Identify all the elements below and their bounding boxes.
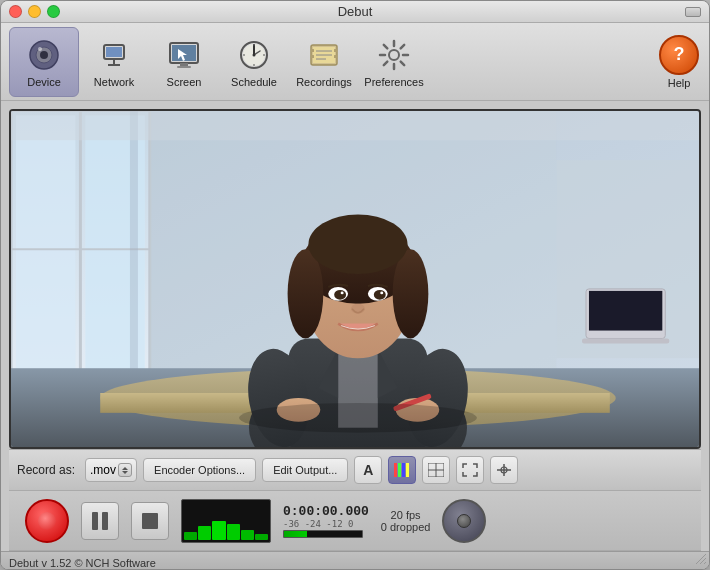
toolbar-item-preferences[interactable]: Preferences [359,27,429,97]
meter-bar-6 [255,534,268,540]
level-scale: -36 -24 -12 0 [283,519,369,529]
window-resize-widget [685,7,701,17]
status-text: Debut v 1.52 © NCH Software [9,557,156,569]
encoder-options-button[interactable]: Encoder Options... [143,458,256,482]
record-dot-icon [38,512,56,530]
expand-button[interactable] [456,456,484,484]
svg-rect-11 [177,66,191,68]
svg-rect-50 [582,338,669,343]
level-bar-visual [283,530,363,538]
edit-output-button[interactable]: Edit Output... [262,458,348,482]
svg-point-66 [393,249,429,338]
record-button[interactable] [25,499,69,543]
svg-point-17 [253,53,256,56]
expand-icon [462,463,478,477]
level-bar-fill [284,531,307,537]
svg-point-2 [40,51,48,59]
toolbar-item-network[interactable]: Network [79,27,149,97]
adjust-button[interactable] [490,456,518,484]
svg-point-70 [334,290,346,300]
svg-rect-28 [311,55,314,58]
svg-line-37 [401,61,405,64]
minimize-button[interactable] [28,5,41,18]
fps-display: 20 fps 0 dropped [381,509,431,533]
svg-point-80 [239,403,477,433]
stop-square-icon [142,513,158,529]
arrow-up-icon [122,467,128,470]
time-level-container: 0:00:00.000 -36 -24 -12 0 [283,504,369,538]
svg-rect-27 [311,49,314,52]
device-icon [25,36,63,74]
window-title: Debut [338,4,373,19]
meter-bar-2 [198,526,211,539]
color-bars-button[interactable] [388,456,416,484]
svg-rect-82 [398,463,401,477]
svg-line-39 [384,61,388,64]
svg-point-71 [374,290,386,300]
fps-value: 20 fps [381,509,431,521]
meter-bar-1 [184,532,197,540]
title-bar: Debut [1,1,709,23]
preferences-icon [375,36,413,74]
disk-center [457,514,471,528]
color-bars-icon [394,463,410,477]
maximize-button[interactable] [47,5,60,18]
toolbar-item-screen[interactable]: Screen [149,27,219,97]
format-select[interactable]: .mov [85,458,137,482]
time-value: 0:00:00.000 [283,504,369,519]
disk-output-icon [442,499,486,543]
app-window: Debut Device [0,0,710,570]
dropped-frames: 0 dropped [381,521,431,533]
help-icon: ? [659,35,699,75]
svg-point-72 [341,291,344,294]
pause-button[interactable] [81,502,119,540]
format-value: .mov [90,463,116,477]
schedule-icon [235,36,273,74]
grid-overlay-button[interactable] [422,456,450,484]
svg-rect-29 [334,49,337,52]
svg-rect-10 [180,63,188,66]
grid-icon [428,463,444,477]
svg-point-31 [389,50,399,60]
svg-rect-49 [589,291,662,331]
record-as-label: Record as: [17,463,75,477]
svg-point-65 [288,249,324,338]
screen-icon [165,36,203,74]
network-icon [95,36,133,74]
recordings-icon [305,36,343,74]
toolbar-item-recordings[interactable]: Recordings [289,27,359,97]
close-button[interactable] [9,5,22,18]
svg-point-3 [38,47,42,51]
screen-label: Screen [167,76,202,88]
network-label: Network [94,76,134,88]
controls-bar: Record as: .mov Encoder Options... Edit … [9,449,701,491]
toolbar: Device Network [1,23,709,101]
resize-handle[interactable] [692,550,706,568]
traffic-lights [9,5,60,18]
svg-rect-30 [334,55,337,58]
status-bar: Debut v 1.52 © NCH Software [1,551,709,570]
time-display: 0:00:00.000 -36 -24 -12 0 [283,504,369,538]
pause-bar-right-icon [102,512,108,530]
help-label: Help [668,77,691,89]
svg-line-36 [384,44,388,48]
stop-button[interactable] [131,502,169,540]
pause-bar-left-icon [92,512,98,530]
svg-rect-51 [130,111,138,388]
svg-line-93 [704,562,706,564]
svg-rect-53 [11,111,699,140]
preferences-label: Preferences [364,76,423,88]
svg-rect-84 [406,463,409,477]
text-overlay-button[interactable]: A [354,456,382,484]
svg-point-73 [380,291,383,294]
text-icon: A [363,462,373,478]
meter-bar-5 [241,530,254,540]
svg-rect-5 [106,47,122,57]
meter-bar-3 [212,521,225,540]
video-preview [9,109,701,449]
toolbar-item-schedule[interactable]: Schedule [219,27,289,97]
video-scene [11,111,699,447]
toolbar-item-device[interactable]: Device [9,27,79,97]
help-button[interactable]: ? Help [659,35,699,89]
format-arrow[interactable] [118,463,132,477]
